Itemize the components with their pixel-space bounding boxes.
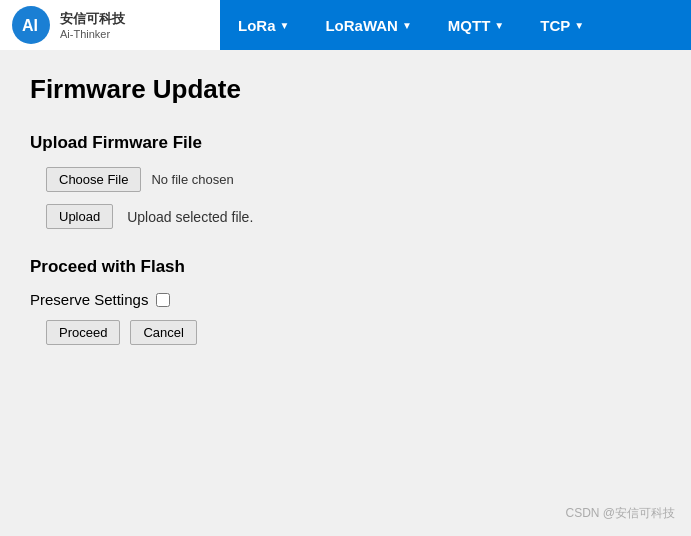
page-title: Firmware Update: [30, 74, 661, 105]
main-content: Firmware Update Upload Firmware File Cho…: [0, 50, 691, 536]
upload-status: Upload selected file.: [127, 209, 253, 225]
proceed-button[interactable]: Proceed: [46, 320, 120, 345]
logo-cn: 安信可科技: [60, 10, 125, 28]
upload-section: Upload Firmware File Choose File No file…: [30, 133, 661, 229]
logo-icon: AI: [12, 6, 50, 44]
nav-label-tcp: TCP: [540, 17, 570, 34]
chevron-down-icon-lora: ▼: [280, 20, 290, 31]
choose-file-button[interactable]: Choose File: [46, 167, 141, 192]
flash-section: Proceed with Flash Preserve Settings Pro…: [30, 257, 661, 345]
chevron-down-icon-tcp: ▼: [574, 20, 584, 31]
svg-text:AI: AI: [22, 17, 38, 34]
flash-section-title: Proceed with Flash: [30, 257, 661, 277]
logo-en: Ai-Thinker: [60, 28, 125, 40]
chevron-down-icon-lorawan: ▼: [402, 20, 412, 31]
nav-item-lora[interactable]: LoRa ▼: [220, 0, 307, 50]
no-file-text: No file chosen: [151, 172, 233, 187]
upload-row: Upload Upload selected file.: [30, 204, 661, 229]
action-row: Proceed Cancel: [30, 320, 661, 345]
nav-item-tcp[interactable]: TCP ▼: [522, 0, 602, 50]
preserve-label: Preserve Settings: [30, 291, 148, 308]
upload-button[interactable]: Upload: [46, 204, 113, 229]
nav-bar: LoRa ▼ LoRaWAN ▼ MQTT ▼ TCP ▼: [220, 0, 691, 50]
header: AI 安信可科技 Ai-Thinker LoRa ▼ LoRaWAN ▼ MQT…: [0, 0, 691, 50]
nav-item-mqtt[interactable]: MQTT ▼: [430, 0, 522, 50]
chevron-down-icon-mqtt: ▼: [494, 20, 504, 31]
logo-area: AI 安信可科技 Ai-Thinker: [0, 0, 220, 50]
nav-item-lorawan[interactable]: LoRaWAN ▼: [307, 0, 429, 50]
nav-label-lora: LoRa: [238, 17, 276, 34]
footer-watermark: CSDN @安信可科技: [565, 505, 675, 522]
preserve-checkbox[interactable]: [156, 293, 170, 307]
cancel-button[interactable]: Cancel: [130, 320, 196, 345]
file-row: Choose File No file chosen: [30, 167, 661, 192]
preserve-row: Preserve Settings: [30, 291, 661, 308]
nav-label-lorawan: LoRaWAN: [325, 17, 398, 34]
logo-text: 安信可科技 Ai-Thinker: [60, 10, 125, 40]
upload-section-title: Upload Firmware File: [30, 133, 661, 153]
nav-label-mqtt: MQTT: [448, 17, 491, 34]
